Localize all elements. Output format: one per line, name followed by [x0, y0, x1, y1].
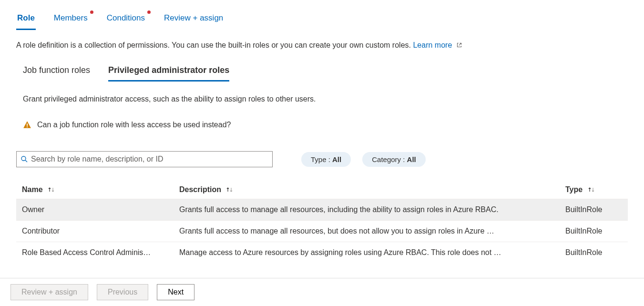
cell-name: Role Based Access Control Adminis…	[22, 248, 179, 257]
subtab-privileged-admin-label: Privileged administrator roles	[108, 65, 229, 75]
subtab-description: Grant privileged administrator access, s…	[23, 95, 628, 103]
required-dot-icon	[147, 10, 151, 14]
subtab-job-function[interactable]: Job function roles	[23, 65, 90, 82]
sort-icon	[588, 186, 595, 193]
table-row[interactable]: Contributor Grants full access to manage…	[16, 220, 628, 242]
search-input[interactable]	[31, 155, 268, 163]
previous-button: Previous	[97, 284, 148, 300]
filter-type-pill[interactable]: Type : All	[301, 152, 351, 167]
search-icon	[20, 155, 28, 163]
filter-row: Type : All Category : All	[16, 151, 628, 167]
tab-conditions-label: Conditions	[107, 13, 145, 22]
cell-description: Grants full access to manage all resourc…	[179, 205, 565, 214]
review-assign-button: Review + assign	[10, 284, 88, 300]
footer-bar: Review + assign Previous Next	[0, 278, 644, 306]
col-type[interactable]: Type	[565, 185, 622, 194]
col-description-label: Description	[179, 185, 221, 194]
filter-type-label: Type :	[311, 155, 332, 163]
col-name[interactable]: Name	[22, 185, 179, 194]
col-name-label: Name	[22, 185, 43, 194]
subtab-privileged-admin[interactable]: Privileged administrator roles	[108, 65, 229, 82]
table-row[interactable]: Role Based Access Control Adminis… Manag…	[16, 242, 628, 263]
filter-category-value: All	[407, 155, 416, 163]
cell-type: BuiltInRole	[565, 227, 622, 235]
cell-name: Contributor	[22, 227, 179, 235]
search-box[interactable]	[16, 151, 273, 167]
svg-rect-0	[27, 123, 28, 126]
sub-tabs: Job function roles Privileged administra…	[23, 65, 628, 82]
tab-review-assign-label: Review + assign	[164, 13, 223, 22]
tab-review-assign[interactable]: Review + assign	[163, 10, 224, 30]
tab-conditions[interactable]: Conditions	[106, 10, 146, 30]
intro-text: A role definition is a collection of per…	[16, 41, 411, 49]
cell-name: Owner	[22, 205, 179, 214]
warning-text: Can a job function role with less access…	[37, 121, 231, 129]
filter-pills: Type : All Category : All	[301, 152, 426, 167]
col-type-label: Type	[565, 185, 583, 194]
required-dot-icon	[90, 10, 93, 14]
tab-members-label: Members	[54, 13, 88, 22]
next-button[interactable]: Next	[157, 284, 194, 300]
external-link-icon	[456, 41, 462, 50]
subtab-job-function-label: Job function roles	[23, 65, 90, 75]
cell-description: Manage access to Azure resources by assi…	[179, 248, 565, 257]
sort-icon	[226, 186, 234, 193]
filter-category-label: Category :	[372, 155, 407, 163]
cell-description: Grants full access to manage all resourc…	[179, 227, 565, 235]
learn-more-label: Learn more	[413, 41, 452, 49]
table-header: Name Description Type	[16, 181, 628, 199]
top-tabs: Role Members Conditions Review + assign	[16, 10, 628, 31]
cell-type: BuiltInRole	[565, 205, 622, 214]
svg-rect-1	[27, 126, 28, 127]
col-description[interactable]: Description	[179, 185, 565, 194]
tab-role[interactable]: Role	[16, 10, 36, 30]
sort-icon	[48, 186, 55, 193]
warning-row: Can a job function role with less access…	[23, 121, 628, 129]
tab-role-label: Role	[17, 13, 35, 22]
svg-line-3	[25, 160, 27, 162]
learn-more-link[interactable]: Learn more	[413, 41, 462, 49]
cell-type: BuiltInRole	[565, 248, 622, 257]
filter-category-pill[interactable]: Category : All	[362, 152, 426, 167]
warning-icon	[23, 121, 31, 129]
svg-point-2	[21, 156, 26, 161]
filter-type-value: All	[332, 155, 341, 163]
tab-members[interactable]: Members	[53, 10, 89, 30]
intro-text-row: A role definition is a collection of per…	[16, 41, 628, 50]
table-row[interactable]: Owner Grants full access to manage all r…	[16, 199, 628, 220]
